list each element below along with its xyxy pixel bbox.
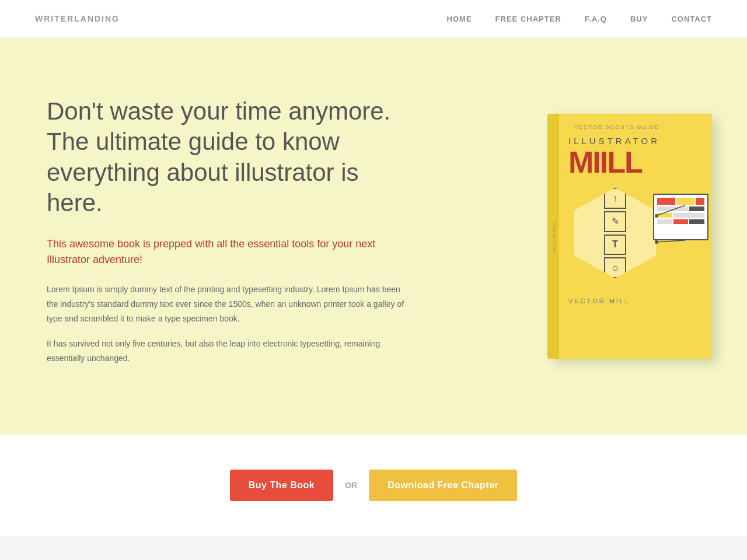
hero-text-block: Don't waste your time anymore. The ultim…: [47, 96, 409, 377]
screen-block-red3: [673, 219, 689, 224]
nav-item-home[interactable]: HOME: [447, 13, 472, 24]
nav-link-free-chapter[interactable]: FREE CHAPTER: [495, 15, 561, 23]
nav-item-faq[interactable]: F.A.Q: [585, 13, 607, 24]
hero-section: Don't waste your time anymore. The ultim…: [0, 38, 747, 435]
book-spine: VECTORMILL: [549, 114, 559, 359]
screen-block-red: [657, 198, 675, 205]
book-cover: VECTORMILL Vector Scouts Guide ILLUSTRAT…: [549, 114, 712, 359]
nav-item-free-chapter[interactable]: FREE CHAPTER: [495, 13, 561, 24]
hero-book-image: VECTORMILL Vector Scouts Guide ILLUSTRAT…: [525, 114, 712, 359]
hero-subtitle: This awesome book is prepped with all th…: [47, 236, 409, 268]
nav-links: HOME FREE CHAPTER F.A.Q BUY CONTACT: [447, 13, 712, 24]
book-name: MIILL: [568, 147, 703, 177]
hero-body-1: Lorem Ipsum is simply dummy text of the …: [47, 282, 409, 327]
connector-dot-1: [655, 214, 658, 218]
screen-block-yellow2: [657, 213, 672, 218]
hero-body-2: It has survived not only five centuries,…: [47, 337, 409, 366]
nav-link-buy[interactable]: BUY: [630, 15, 648, 23]
sample-section: Download a free sample: [0, 537, 747, 560]
cta-section: Buy The Book OR Download Free Chapter: [0, 435, 747, 537]
screen-block-yellow: [676, 198, 694, 205]
nav-link-faq[interactable]: F.A.Q: [585, 15, 607, 23]
site-logo[interactable]: WRITERLANDING: [35, 14, 120, 23]
nav-item-buy[interactable]: BUY: [630, 13, 648, 24]
tool-icon-arrow: ↑: [604, 188, 626, 209]
screen-block-dark2: [689, 219, 704, 224]
navbar: WRITERLANDING HOME FREE CHAPTER F.A.Q BU…: [0, 0, 747, 38]
connector-dot-2: [655, 240, 658, 244]
screen-block-gray2: [673, 213, 704, 218]
buy-book-button[interactable]: Buy The Book: [230, 470, 334, 501]
svg-line-1: [656, 240, 685, 242]
tool-icon-circle: ○: [604, 257, 626, 278]
screen-block-gray3: [657, 219, 672, 224]
book-spine-text: VECTORMILL: [552, 220, 556, 253]
screen-block-dark: [689, 206, 704, 211]
or-text: OR: [345, 481, 357, 490]
hex-background: ↑ ✎ T ○: [574, 188, 656, 278]
tool-icon-text: T: [604, 235, 626, 256]
tool-icon-pen: ✎: [604, 211, 626, 232]
nav-item-contact[interactable]: CONTACT: [671, 13, 712, 24]
nav-link-contact[interactable]: CONTACT: [671, 15, 712, 23]
screen-block-red2: [696, 198, 704, 205]
nav-link-home[interactable]: HOME: [447, 15, 472, 23]
screen-mockup: [653, 194, 708, 240]
book-title: ILLUSTRATOR: [568, 136, 703, 146]
screen-block-gray1: [657, 206, 688, 211]
book-author: VECTOR MILL: [568, 298, 703, 304]
hero-title: Don't waste your time anymore. The ultim…: [47, 96, 409, 219]
book-series: Vector Scouts Guide: [568, 124, 703, 130]
download-chapter-button[interactable]: Download Free Chapter: [369, 470, 517, 501]
